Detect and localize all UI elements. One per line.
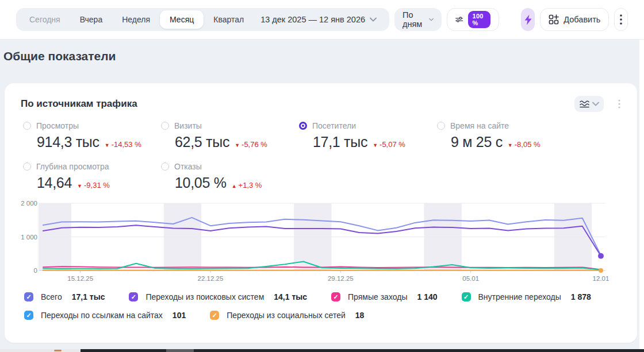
metric-2: Визиты62,5 тыс▼-5,76 % [161,121,299,150]
chevron-down-icon [429,17,434,22]
svg-text:15.12.25: 15.12.25 [67,275,93,282]
checkbox-checked-icon[interactable]: ✓ [462,292,471,301]
metric-delta: ▲+1,3 % [232,181,262,189]
legend-value: 18 [355,311,365,320]
kebab-icon [620,14,622,25]
svg-text:1 000: 1 000 [21,234,37,241]
legend-label: Внутренние переходы [478,292,561,301]
legend-label: Переходы по ссылкам на сайтах [41,311,163,320]
radio-icon[interactable] [161,163,169,171]
legend-item[interactable]: ✓Всего17,1 тыс [24,292,105,301]
chart-legend-row-1: ✓Всего17,1 тыс✓Переходы из поисковых сис… [5,292,637,301]
metric-radio-option[interactable]: Просмотры [23,121,161,130]
sliders-icon [455,15,463,24]
lightning-icon [524,14,532,25]
legend-value: 14,1 тыс [274,292,307,301]
radio-icon[interactable] [437,122,445,130]
legend-item[interactable]: ✓Прямые заходы1 140 [331,292,437,301]
add-widget-button[interactable]: Добавить [540,8,609,31]
insights-button[interactable] [521,8,535,31]
radio-icon[interactable] [23,163,31,171]
legend-label: Переходы из поисковых систем [145,292,264,301]
metric-delta: ▼-5,76 % [235,140,267,149]
range-tab[interactable]: Вчера [70,8,113,31]
metric-radio-option[interactable]: Время на сайте [437,121,575,130]
legend-label: Всего [41,292,62,301]
sampling-settings-button[interactable]: 100 % [447,8,499,31]
metric-delta: ▼-14,53 % [105,140,141,149]
chart-legend-row-2: ✓Переходы по ссылкам на сайтах101✓Перехо… [5,311,637,320]
date-range-group: СегодняВчераНеделяМесяцКвартал 13 дек 20… [16,8,389,31]
checkbox-checked-icon[interactable]: ✓ [24,311,33,320]
card-menu-button[interactable] [613,96,626,111]
checkbox-checked-icon[interactable]: ✓ [331,292,340,301]
stacked-lines-chart-icon [579,99,590,109]
metric-label: Визиты [174,121,202,130]
metric-label: Отказы [174,162,202,171]
overview-section: Общие показатели По источникам трафика [0,40,644,349]
metric-value: 914,3 тыс [37,134,99,150]
metric-6: Отказы10,05 %▲+1,3 % [161,162,299,191]
range-tab[interactable]: Неделя [112,8,160,31]
taskbar-strip [0,349,644,352]
traffic-sources-card: По источникам трафика Просмотры914,3 тыс… [5,83,637,343]
date-range-text: 13 дек 2025 — 12 янв 2026 [260,15,365,24]
legend-item[interactable]: ✓Переходы из социальных сетей18 [210,311,364,320]
metric-3: Посетители17,1 тыс▼-5,07 % [299,121,437,150]
chart-type-select[interactable] [574,96,604,112]
line-chart: 01 0002 00015.12.2522.12.2529.12.2505.01… [5,199,637,287]
kebab-icon [618,99,620,109]
scroll-gutter [639,40,644,349]
metric-radio-option[interactable]: Посетители [299,121,437,130]
metric-value: 10,05 % [175,175,227,191]
chart-area[interactable]: 01 0002 00015.12.2522.12.2529.12.2505.01… [5,199,637,287]
svg-text:29.12.25: 29.12.25 [328,275,354,282]
legend-item[interactable]: ✓Переходы из поисковых систем14,1 тыс [129,292,307,301]
metric-value: 9 м 25 с [451,134,503,150]
metric-radio-option[interactable]: Глубина просмотра [23,162,161,171]
checkbox-checked-icon[interactable]: ✓ [129,292,138,301]
radio-selected-icon[interactable] [299,122,307,130]
metric-value: 14,64 [37,175,72,191]
metric-label: Глубина просмотра [36,162,109,171]
metric-4: Время на сайте9 м 25 с▼-8,05 % [437,121,575,150]
legend-label: Прямые заходы [348,292,407,301]
metric-label: Время на сайте [450,121,509,130]
checkbox-checked-icon[interactable]: ✓ [210,311,219,320]
metric-radio-option[interactable]: Отказы [161,162,299,171]
legend-value: 101 [172,311,186,320]
metrica-dashboard: СегодняВчераНеделяМесяцКвартал 13 дек 20… [0,0,644,352]
legend-value: 1 140 [417,292,437,301]
metric-label: Просмотры [36,121,79,130]
toolbar-menu-button[interactable] [614,8,628,31]
legend-item[interactable]: ✓Внутренние переходы1 878 [462,292,591,301]
metric-delta: ▼-9,31 % [77,181,110,189]
range-tab[interactable]: Сегодня [20,8,70,31]
metric-radio-option[interactable]: Визиты [161,121,299,130]
svg-text:2 000: 2 000 [21,200,37,207]
svg-text:0: 0 [34,267,37,274]
chevron-down-icon [370,17,377,22]
svg-text:22.12.25: 22.12.25 [198,275,224,282]
granularity-label: По дням [402,10,424,29]
radio-icon[interactable] [23,122,31,130]
legend-label: Переходы из социальных сетей [227,311,346,320]
range-tabs: СегодняВчераНеделяМесяцКвартал [20,8,254,31]
sampling-badge: 100 % [468,11,491,28]
metric-5: Глубина просмотра14,64▼-9,31 % [23,162,161,191]
granularity-select[interactable]: По дням [394,8,442,31]
top-toolbar: СегодняВчераНеделяМесяцКвартал 13 дек 20… [0,0,644,40]
date-range-picker[interactable]: 13 дек 2025 — 12 янв 2026 [254,15,386,24]
legend-item[interactable]: ✓Переходы по ссылкам на сайтах101 [24,311,186,320]
range-tab[interactable]: Месяц [160,10,204,29]
svg-text:12.01: 12.01 [593,275,610,282]
chevron-down-icon [592,102,599,106]
card-title: По источникам трафика [21,98,574,110]
metric-delta: ▼-5,07 % [373,140,405,149]
radio-icon[interactable] [161,122,169,130]
checkbox-checked-icon[interactable]: ✓ [24,292,33,301]
metric-label: Посетители [312,121,356,130]
svg-text:05.01: 05.01 [462,275,479,282]
metric-delta: ▼-8,05 % [508,140,540,149]
range-tab[interactable]: Квартал [204,8,254,31]
